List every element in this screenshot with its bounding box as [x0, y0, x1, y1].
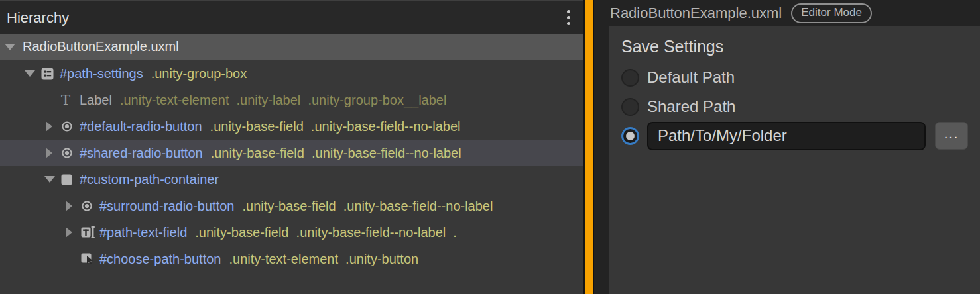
chevron-down-icon[interactable] — [24, 70, 41, 77]
tree-item-classes: .unity-base-field .unity-base-field--no-… — [211, 146, 461, 161]
chevron-down-icon[interactable] — [44, 176, 61, 183]
radio-button-icon — [61, 147, 80, 159]
text-label-icon: T — [61, 93, 80, 107]
tree-item-name: Label — [80, 93, 112, 108]
shared-path-radio-row: Shared Path — [621, 92, 980, 121]
custom-path-radio[interactable] — [621, 127, 639, 145]
tree-row-path-settings[interactable]: #path-settings .unity-group-box — [0, 60, 583, 87]
tree-item-classes: .unity-base-field .unity-base-field--no-… — [210, 119, 461, 134]
viewport-header: RadioButtonExample.uxml Editor Mode — [594, 0, 980, 26]
shared-path-radio[interactable] — [621, 98, 639, 116]
tree-row-root[interactable]: RadioButtonExample.uxml — [0, 34, 583, 60]
kebab-menu-icon[interactable] — [564, 7, 573, 28]
tree-item-name: #path-text-field — [99, 225, 187, 240]
unity-ui-builder: Hierarchy RadioButtonExample.uxml #path-… — [0, 0, 980, 294]
tree-item-classes: .unity-base-field .unity-base-field--no-… — [195, 225, 457, 240]
document-title: RadioButtonExample.uxml — [610, 5, 782, 22]
tree-row-default-radio-button[interactable]: #default-radio-button .unity-base-field … — [0, 113, 583, 140]
chevron-right-icon[interactable] — [64, 227, 81, 238]
editor-mode-badge[interactable]: Editor Mode — [791, 3, 872, 23]
button-icon — [81, 253, 99, 266]
hierarchy-panel: Hierarchy RadioButtonExample.uxml #path-… — [0, 0, 583, 294]
radio-button-icon — [61, 121, 80, 132]
tree-item-classes: .unity-text-element .unity-button — [229, 252, 418, 267]
tree-row-path-text-field[interactable]: #path-text-field .unity-base-field .unit… — [0, 219, 583, 246]
tree-item-name: #custom-path-container — [80, 172, 219, 187]
tree-row-label[interactable]: T Label .unity-text-element .unity-label… — [0, 87, 583, 113]
chevron-right-icon[interactable] — [44, 148, 61, 158]
visual-element-icon — [61, 174, 80, 185]
tree-row-custom-path-container[interactable]: #custom-path-container — [0, 166, 583, 193]
tree-item-name: #choose-path-button — [99, 252, 221, 267]
default-path-label: Default Path — [647, 68, 735, 87]
default-path-radio[interactable] — [621, 69, 639, 87]
splitter-accent-bar[interactable] — [585, 0, 593, 294]
tree-item-classes: .unity-group-box — [151, 66, 247, 81]
chevron-right-icon[interactable] — [44, 121, 61, 132]
chevron-down-icon[interactable] — [4, 44, 21, 50]
tree-item-name: #default-radio-button — [80, 119, 202, 134]
tree-item-classes: .unity-base-field .unity-base-field--no-… — [242, 199, 493, 214]
chevron-right-icon[interactable] — [64, 201, 81, 211]
tree-row-shared-radio-button[interactable]: #shared-radio-button .unity-base-field .… — [0, 140, 583, 166]
tree-item-name: #path-settings — [60, 66, 143, 81]
tree-row-choose-path-button[interactable]: #choose-path-button .unity-text-element … — [0, 246, 583, 272]
document-canvas: Save Settings Default Path Shared Path .… — [609, 26, 980, 294]
hierarchy-title: Hierarchy — [7, 9, 69, 26]
text-field-icon — [81, 226, 99, 238]
hierarchy-tree: RadioButtonExample.uxml #path-settings .… — [0, 34, 583, 294]
shared-path-label: Shared Path — [647, 97, 735, 116]
tree-item-name: #shared-radio-button — [80, 146, 203, 161]
group-box-label: Save Settings — [621, 37, 980, 56]
radio-button-icon — [81, 200, 99, 212]
custom-path-radio-row: ... — [621, 121, 980, 150]
tree-item-label: RadioButtonExample.uxml — [23, 39, 179, 54]
group-box-icon — [41, 68, 60, 80]
tree-item-classes: .unity-text-element .unity-label .unity-… — [120, 93, 446, 108]
tree-row-surround-radio-button[interactable]: #surround-radio-button .unity-base-field… — [0, 193, 583, 219]
tree-item-name: #surround-radio-button — [99, 199, 234, 214]
path-text-field[interactable] — [647, 122, 926, 150]
viewport-panel: RadioButtonExample.uxml Editor Mode Save… — [594, 0, 980, 294]
panel-splitter[interactable] — [583, 0, 594, 294]
default-path-radio-row: Default Path — [621, 63, 980, 92]
hierarchy-header: Hierarchy — [0, 0, 583, 34]
choose-path-button[interactable]: ... — [935, 122, 968, 150]
